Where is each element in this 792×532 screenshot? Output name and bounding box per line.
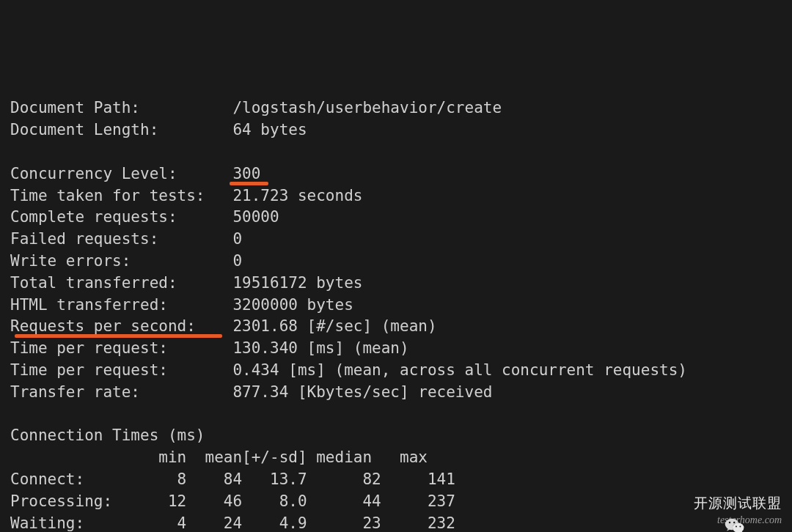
stat-label: Write errors:	[10, 252, 232, 270]
stat-row: HTML transferred: 3200000 bytes	[10, 295, 782, 317]
wechat-icon	[669, 495, 689, 513]
stat-row: Document Length: 64 bytes	[10, 119, 782, 141]
stat-value: 0	[232, 252, 242, 270]
stat-value: 64 bytes	[232, 121, 307, 138]
stat-label: Time taken for tests:	[10, 187, 232, 204]
stat-row: Time per request: 130.340 [ms] (mean)	[10, 338, 782, 360]
stat-row: Concurrency Level: 300	[10, 163, 782, 185]
stat-row	[10, 141, 782, 163]
stat-label: Document Path:	[10, 99, 232, 117]
stat-label: Concurrency Level:	[10, 165, 232, 182]
connection-times-row: Connect: 8 84 13.7 82 141Connect:88413.7…	[10, 469, 782, 491]
stat-label: Transfer rate:	[10, 383, 232, 401]
stat-value: 3200000 bytes	[232, 296, 353, 314]
terminal-output: Document Path: /logstash/userbehavior/cr…	[10, 97, 782, 532]
watermark: 开源测试联盟 testerhome.com	[669, 494, 782, 528]
stat-value: /logstash/userbehavior/create	[232, 99, 502, 117]
stat-value: 877.34 [Kbytes/sec] received	[232, 383, 492, 401]
connection-times-row: Waiting: 4 24 4.9 23 232Waiting:4244.923…	[10, 513, 782, 532]
stat-value: 0	[232, 230, 242, 248]
stat-label: Total transferred:	[10, 274, 232, 292]
svg-point-6	[739, 526, 741, 528]
stat-value: 0.434 [ms] (mean, across all concurrent …	[232, 361, 687, 379]
stat-row: Transfer rate: 877.34 [Kbytes/sec] recei…	[10, 382, 782, 404]
stat-label: Time per request:	[10, 361, 232, 379]
stat-row: Complete requests: 50000	[10, 207, 782, 229]
stat-label: Document Length:	[10, 121, 232, 138]
stat-row: Failed requests: 0	[10, 229, 782, 251]
stat-value: 21.723 seconds	[232, 187, 362, 204]
stat-value: 2301.68 [#/sec] (mean)	[232, 317, 436, 335]
stat-row: Total transferred: 19516172 bytes	[10, 273, 782, 295]
connection-times-title: Connection Times (ms)	[10, 425, 782, 447]
stat-value: 19516172 bytes	[232, 274, 362, 292]
stat-value: 300	[232, 165, 260, 182]
stat-label: HTML transferred:	[10, 296, 232, 314]
svg-point-5	[736, 526, 737, 528]
stat-label: Requests per second:	[10, 317, 232, 335]
watermark-text: 开源测试联盟	[694, 494, 782, 514]
stat-row: Document Path: /logstash/userbehavior/cr…	[10, 97, 782, 119]
stat-value: 130.340 [ms] (mean)	[232, 339, 408, 357]
stat-row: Requests per second: 2301.68 [#/sec] (me…	[10, 316, 782, 338]
stat-row: Write errors: 0	[10, 251, 782, 273]
stat-value: 50000	[232, 208, 279, 226]
stat-label: Failed requests:	[10, 230, 232, 248]
stat-label: Complete requests:	[10, 208, 232, 226]
svg-point-3	[729, 522, 730, 523]
stat-label: Time per request:	[10, 339, 232, 357]
svg-point-4	[733, 522, 735, 523]
stat-row: Time taken for tests: 21.723 seconds	[10, 185, 782, 207]
connection-times-row: Processing: 12 46 8.0 44 237Processing:1…	[10, 491, 782, 513]
connection-times-header: min mean[+/-sd] median max	[10, 447, 782, 469]
stat-row: Time per request: 0.434 [ms] (mean, acro…	[10, 360, 782, 382]
